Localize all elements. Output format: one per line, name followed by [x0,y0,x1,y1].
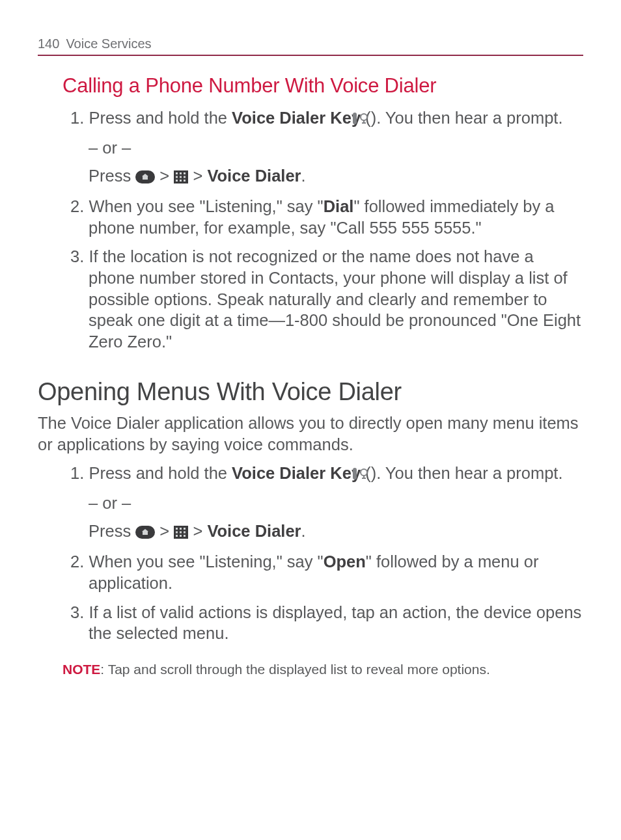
gt: > [188,522,207,540]
page-header: 140 Voice Services [38,36,583,56]
svg-rect-12 [184,180,186,182]
step-text: ). You then hear a prompt. [371,464,563,482]
gt: > [155,167,174,185]
svg-rect-21 [180,531,182,533]
press-line: Press > > Voice Dialer. [89,165,583,189]
sub-heading-calling: Calling a Phone Number With Voice Dialer [62,73,583,99]
step-text: If the location is not recognized or the… [89,247,581,351]
step-number: 2. [70,552,84,571]
press-text: Press [89,522,135,540]
step-bold: Voice Dialer Key [232,464,361,482]
step-3: 3. If the location is not recognized or … [70,246,583,360]
step-text: If a list of valid actions is displayed,… [89,603,581,643]
page-number: 140 [38,36,59,53]
svg-point-1 [361,114,367,120]
home-button-icon [135,522,155,544]
note-text: : Tap and scroll through the displayed l… [100,662,490,677]
apps-grid-icon [174,167,188,189]
step-text: When you see "Listening," say " [89,552,323,571]
voice-dialer-label: Voice Dialer [207,522,301,540]
step-1: 1. Press and hold the Voice Dialer Key (… [70,107,583,196]
svg-rect-10 [176,180,178,182]
apps-grid-icon [174,522,188,544]
home-button-icon [135,167,155,189]
svg-rect-5 [180,172,182,174]
gt: > [188,167,207,185]
or-text: – or – [89,493,583,514]
step-bold: Open [324,552,366,571]
svg-rect-7 [176,176,178,178]
step-text: When you see "Listening," say " [89,197,323,215]
svg-rect-24 [180,535,182,537]
svg-rect-19 [184,528,186,530]
step-bold: Dial [324,197,354,215]
svg-rect-6 [184,172,186,174]
step-number: 2. [70,197,84,215]
press-text: Press [89,167,135,185]
step-number: 3. [70,247,84,265]
step-number: 3. [70,603,84,621]
period: . [301,522,306,540]
intro-paragraph: The Voice Dialer application allows you … [38,413,583,455]
svg-rect-8 [180,176,182,178]
svg-rect-23 [176,535,178,537]
step-text: Press and hold the [89,109,232,127]
step-bold: Voice Dialer Key [232,109,361,127]
svg-rect-20 [176,531,178,533]
period: . [301,167,306,185]
or-text: – or – [89,137,583,159]
note: NOTE: Tap and scroll through the display… [62,661,583,679]
voice-dialer-label: Voice Dialer [207,167,301,185]
step-2: 2. When you see "Listening," say "Dial" … [70,196,583,246]
step-number: 1. [70,464,84,482]
section-name: Voice Services [66,36,151,53]
main-heading-opening: Opening Menus With Voice Dialer [38,376,583,408]
step-2: 2. When you see "Listening," say "Open" … [70,551,583,601]
note-label: NOTE [62,662,100,677]
press-line: Press > > Voice Dialer. [89,521,583,544]
svg-rect-4 [176,172,178,174]
step-text: ). You then hear a prompt. [371,109,563,127]
svg-rect-9 [184,176,186,178]
gt: > [155,522,174,540]
step-1: 1. Press and hold the Voice Dialer Key (… [70,463,583,551]
svg-rect-0 [353,113,357,124]
svg-rect-25 [184,535,186,537]
step-number: 1. [70,109,84,127]
svg-rect-11 [180,180,182,182]
svg-rect-13 [353,468,357,480]
step-3: 3. If a list of valid actions is display… [70,602,583,652]
svg-point-14 [361,469,367,476]
svg-rect-17 [176,528,178,530]
svg-rect-22 [184,531,186,533]
svg-rect-18 [180,528,182,530]
step-text: Press and hold the [89,464,232,482]
